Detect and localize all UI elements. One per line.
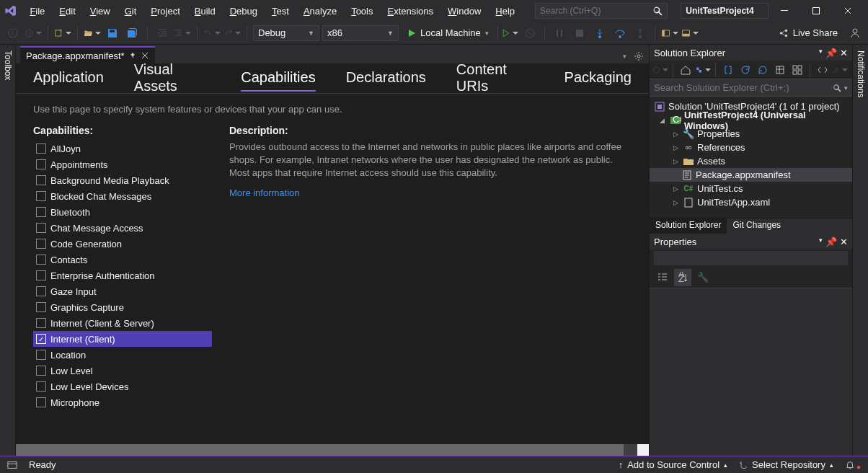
menu-project[interactable]: Project [143, 3, 187, 19]
se-filter-button[interactable] [789, 62, 805, 78]
menu-build[interactable]: Build [187, 3, 223, 19]
horizontal-scrollbar[interactable] [16, 444, 649, 456]
output-button[interactable] [7, 460, 17, 470]
menu-tools[interactable]: Tools [344, 3, 380, 19]
doc-settings-button[interactable] [633, 48, 645, 65]
tab-git-changes[interactable]: Git Changes [727, 218, 787, 234]
checkbox[interactable]: ✓ [36, 334, 46, 344]
stop-button[interactable] [521, 25, 539, 42]
alphabetical-button[interactable]: AZ [674, 269, 691, 286]
se-code-button[interactable] [815, 62, 831, 78]
se-search-input[interactable] [654, 82, 833, 93]
platform-combo[interactable]: x86▼ [322, 25, 399, 41]
tree-assets-node[interactable]: ▷ Assets [650, 154, 852, 168]
se-showall-button[interactable] [772, 62, 788, 78]
properties-grid[interactable] [650, 288, 852, 456]
tab-close-icon[interactable] [141, 51, 149, 60]
manifest-tab-application[interactable]: Application [33, 65, 104, 92]
layout-button2[interactable] [681, 25, 699, 42]
step-out-button[interactable] [632, 25, 649, 42]
checkbox[interactable] [36, 223, 46, 233]
tree-manifest-node[interactable]: Package.appxmanifest [650, 168, 852, 182]
se-sync-button[interactable] [720, 62, 736, 78]
menu-git[interactable]: Git [118, 3, 144, 19]
se-home-button[interactable] [678, 62, 694, 78]
checkbox[interactable] [36, 143, 46, 154]
save-button[interactable] [104, 25, 121, 42]
checkbox[interactable] [36, 302, 46, 312]
panel-menu-icon[interactable]: ▾ [819, 236, 823, 247]
menu-edit[interactable]: Edit [52, 3, 82, 19]
menu-help[interactable]: Help [488, 3, 522, 19]
solution-tree[interactable]: Solution 'UnitTestProject4' (1 of 1 proj… [650, 97, 852, 212]
notifications-tab[interactable]: Notifications [852, 45, 868, 456]
tree-project-node[interactable]: ◢ C# UnitTestProject4 (Universal Windows… [650, 113, 852, 127]
source-control-button[interactable]: ↑Add to Source Control▴ [619, 459, 727, 470]
manifest-tab-packaging[interactable]: Packaging [564, 65, 632, 92]
wrench-button[interactable]: 🔧 [694, 269, 712, 286]
checkbox[interactable] [36, 286, 46, 296]
capability-internet-client-server-[interactable]: Internet (Client & Server) [33, 315, 212, 331]
checkbox[interactable] [36, 270, 46, 280]
nav-back-button[interactable] [4, 25, 22, 42]
checkbox[interactable] [36, 207, 46, 217]
capability-contacts[interactable]: Contacts [33, 252, 212, 268]
config-combo[interactable]: Debug▼ [253, 25, 319, 41]
capability-alljoyn[interactable]: AllJoyn [33, 141, 212, 156]
capability-gaze-input[interactable]: Gaze Input [33, 283, 212, 299]
se-refresh-button[interactable] [738, 62, 753, 78]
global-search-box[interactable] [535, 3, 668, 19]
capability-location[interactable]: Location [33, 347, 212, 363]
capability-blocked-chat-messages[interactable]: Blocked Chat Messages [33, 188, 212, 204]
menu-window[interactable]: Window [440, 3, 488, 19]
menu-test[interactable]: Test [265, 3, 296, 19]
pin-icon[interactable] [129, 52, 136, 59]
panel-close-icon[interactable]: ✕ [840, 236, 848, 247]
checkbox[interactable] [36, 381, 46, 392]
pin-icon[interactable]: 📌 [825, 48, 837, 58]
step-into-button[interactable] [591, 25, 608, 42]
select-repository-button[interactable]: Select Repository▴ [739, 459, 833, 470]
undo-button[interactable] [203, 25, 221, 42]
more-information-link[interactable]: More information [229, 187, 300, 198]
checkbox[interactable] [36, 239, 46, 249]
checkbox[interactable] [36, 255, 46, 265]
document-tab-manifest[interactable]: Package.appxmanifest* [20, 46, 155, 63]
manifest-tab-declarations[interactable]: Declarations [346, 65, 426, 92]
panel-menu-icon[interactable]: ▾ [819, 48, 823, 58]
notifications-bell[interactable]: ● [845, 459, 861, 471]
capability-graphics-capture[interactable]: Graphics Capture [33, 299, 212, 315]
pause-button[interactable] [551, 25, 568, 42]
capability-code-generation[interactable]: Code Generation [33, 236, 212, 252]
tree-unittest-node[interactable]: ▷C# UnitTest.cs [650, 182, 852, 195]
checkbox[interactable] [36, 397, 46, 407]
capability-background-media-playback[interactable]: Background Media Playback [33, 172, 212, 188]
menu-analyze[interactable]: Analyze [296, 3, 344, 19]
manifest-tab-capabilities[interactable]: Capabilities [241, 65, 315, 92]
solution-explorer-search[interactable]: ▾ [650, 79, 852, 97]
doc-dropdown-button[interactable]: ▾ [619, 48, 630, 65]
checkbox[interactable] [36, 366, 46, 376]
capability-chat-message-access[interactable]: Chat Message Access [33, 220, 212, 236]
maximize-button[interactable] [800, 0, 832, 22]
capability-appointments[interactable]: Appointments [33, 156, 212, 172]
redo-button[interactable] [223, 25, 241, 42]
menu-view[interactable]: View [83, 3, 118, 19]
se-props-button[interactable] [832, 62, 848, 78]
se-collapse-button[interactable] [755, 62, 771, 78]
categorized-button[interactable] [654, 269, 671, 286]
tree-appxaml-node[interactable]: ▷ UnitTestApp.xaml [650, 195, 852, 209]
tree-references-node[interactable]: ▷▫▫ References [650, 141, 852, 154]
menu-file[interactable]: File [22, 3, 52, 19]
properties-object-combo[interactable] [654, 251, 848, 265]
start-debug-button[interactable]: Local Machine▾ [402, 25, 495, 41]
checkbox[interactable] [36, 175, 46, 185]
menu-extensions[interactable]: Extensions [380, 3, 440, 19]
checkbox[interactable] [36, 350, 46, 360]
tab-solution-explorer[interactable]: Solution Explorer [650, 218, 727, 234]
capability-enterprise-authentication[interactable]: Enterprise Authentication [33, 268, 212, 283]
new-item-button[interactable] [54, 25, 71, 42]
capability-internet-client-[interactable]: ✓Internet (Client) [33, 331, 212, 347]
start-nodebug-button[interactable] [501, 25, 518, 42]
menu-debug[interactable]: Debug [223, 3, 265, 19]
